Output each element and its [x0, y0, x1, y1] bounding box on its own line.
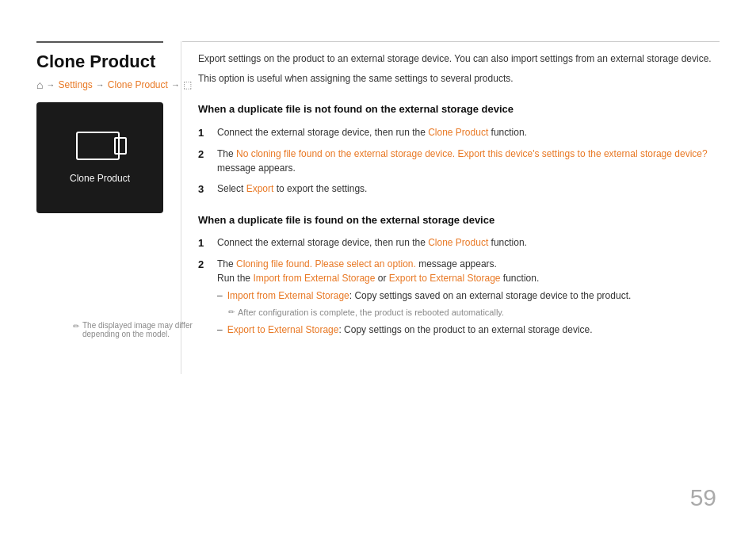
- step-content: The Cloning file found. Please select an…: [217, 257, 720, 340]
- usb-shape: [114, 137, 127, 155]
- sub-note-text: After configuration is complete, the pro…: [238, 306, 504, 319]
- top-line-right: [182, 41, 720, 42]
- step-number: 1: [198, 235, 212, 251]
- breadcrumb: ⌂ → Settings → Clone Product → ⬚: [36, 78, 195, 91]
- export-link-1[interactable]: Export: [246, 183, 274, 194]
- device-preview: Clone Product: [36, 102, 163, 213]
- step-item: 3 Select Export to export the settings.: [198, 182, 720, 197]
- top-line-left: [36, 41, 163, 43]
- section1-steps: 1 Connect the external storage device, t…: [198, 125, 720, 197]
- note-icon-small: ✏: [228, 306, 235, 318]
- step-number: 3: [198, 182, 212, 197]
- import-external-link[interactable]: Import from External Storage: [253, 273, 375, 284]
- step-content: The No cloning file found on the externa…: [217, 147, 720, 175]
- sub-step-import-text: Import from External Storage: Copy setti…: [227, 289, 632, 303]
- export-external-link-1[interactable]: Export to External Storage: [389, 273, 501, 284]
- home-icon: ⌂: [36, 78, 43, 91]
- section2-title: When a duplicate file is found on the ex…: [198, 213, 720, 227]
- breadcrumb-arrow-2: →: [96, 80, 105, 90]
- intro-text-1: Export settings on the product to an ext…: [198, 52, 720, 67]
- monitor-shape: [76, 132, 120, 160]
- breadcrumb-arrow-1: →: [46, 80, 55, 90]
- device-label: Clone Product: [70, 173, 130, 184]
- intro-text-2: This option is useful when assigning the…: [198, 71, 720, 86]
- sub-bullet: –: [217, 289, 223, 303]
- device-icon: [76, 132, 124, 165]
- sub-bullet: –: [217, 323, 223, 337]
- breadcrumb-arrow-3: →: [171, 80, 180, 90]
- step-number: 1: [198, 125, 212, 141]
- right-panel: Export settings on the product to an ext…: [198, 52, 720, 346]
- sub-step-export: – Export to External Storage: Copy setti…: [217, 323, 720, 337]
- step-number: 2: [198, 147, 212, 162]
- page-title: Clone Product: [36, 52, 195, 72]
- sub-step-import: – Import from External Storage: Copy set…: [217, 289, 720, 303]
- run-function-text: Run the Import from External Storage or …: [217, 273, 539, 284]
- step-item: 2 The No cloning file found on the exter…: [198, 147, 720, 175]
- sub-note-reboot: ✏ After configuration is complete, the p…: [228, 306, 720, 319]
- clone-product-link-1[interactable]: Clone Product: [428, 127, 488, 138]
- no-cloning-message-link[interactable]: No cloning file found on the external st…: [236, 148, 708, 159]
- breadcrumb-export-icon: ⬚: [183, 79, 192, 90]
- import-storage-link[interactable]: Import from External Storage: [227, 290, 349, 301]
- step-number: 2: [198, 257, 212, 273]
- step-item: 1 Connect the external storage device, t…: [198, 125, 720, 141]
- cloning-found-link[interactable]: Cloning file found. Please select an opt…: [236, 258, 416, 269]
- page-number: 59: [690, 484, 716, 511]
- section2-steps: 1 Connect the external storage device, t…: [198, 235, 720, 340]
- sub-step-export-text: Export to External Storage: Copy setting…: [227, 323, 593, 337]
- sub-steps: – Import from External Storage: Copy set…: [217, 289, 720, 337]
- left-panel: Clone Product ⌂ → Settings → Clone Produ…: [36, 52, 195, 213]
- step-item: 1 Connect the external storage device, t…: [198, 235, 720, 251]
- section1-title: When a duplicate file is not found on th…: [198, 102, 720, 117]
- breadcrumb-clone-link[interactable]: Clone Product: [108, 79, 168, 90]
- step-content: Select Export to export the settings.: [217, 182, 720, 196]
- step-content: Connect the external storage device, the…: [217, 125, 720, 139]
- breadcrumb-settings-link[interactable]: Settings: [58, 79, 92, 90]
- step-item: 2 The Cloning file found. Please select …: [198, 257, 720, 340]
- export-storage-link[interactable]: Export to External Storage: [227, 324, 339, 335]
- note-pencil-icon: ✏: [73, 322, 79, 331]
- clone-product-link-2[interactable]: Clone Product: [428, 237, 488, 248]
- step-content: Connect the external storage device, the…: [217, 235, 720, 250]
